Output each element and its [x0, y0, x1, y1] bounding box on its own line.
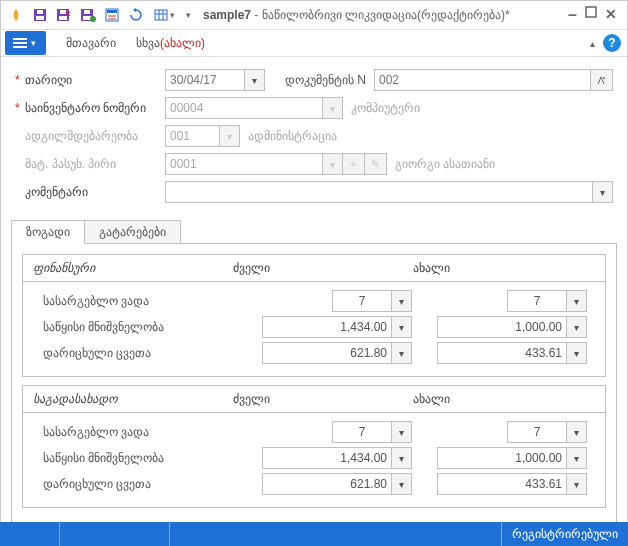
responsible-field: 0001 [165, 153, 323, 175]
doc-number-label: დოკუმენტის N [285, 73, 366, 87]
tax-depr-old-dd[interactable]: ▾ [392, 473, 412, 495]
doc-lookup-button[interactable] [591, 69, 613, 91]
tax-depr-old[interactable]: 621.80 [262, 473, 392, 495]
svg-rect-2 [37, 10, 43, 14]
save-close-icon[interactable]: x [53, 4, 75, 26]
detail-tabs: ზოგადი გატარებები ფინანსური ძველი ახალი … [11, 219, 617, 535]
date-dropdown[interactable]: ▾ [245, 69, 265, 91]
svg-rect-9 [84, 10, 90, 14]
responsible-dropdown: ▾ [323, 153, 343, 175]
inventory-dropdown[interactable]: ▾ [323, 97, 343, 119]
fin-life-old-dd[interactable]: ▾ [392, 290, 412, 312]
inventory-label: საინვენტარო ნომერი [25, 101, 165, 115]
tax-init-old[interactable]: 1,434.00 [262, 447, 392, 469]
table-dropdown-icon[interactable]: ▾ [149, 4, 179, 26]
svg-rect-20 [13, 38, 27, 40]
status-text: რეგისტრირებული [502, 522, 628, 546]
form-area: * თარიღი 30/04/17 ▾ დოკუმენტის N 002 * ს… [1, 57, 627, 213]
maximize-button[interactable] [585, 6, 597, 24]
statusbar: რეგისტრირებული [0, 522, 628, 546]
tax-depr-new-dd[interactable]: ▾ [567, 473, 587, 495]
fin-depr-old[interactable]: 621.80 [262, 342, 392, 364]
tax-init-new[interactable]: 1,000.00 [437, 447, 567, 469]
doc-number-field[interactable]: 002 [374, 69, 591, 91]
tax-depr-new[interactable]: 433.61 [437, 473, 567, 495]
section-financial: ფინანსური ძველი ახალი სასარგებლო ვადა 7▾… [22, 254, 606, 377]
location-label: ადგილმდებარეობა [25, 129, 165, 143]
fin-init-old-dd[interactable]: ▾ [392, 316, 412, 338]
tab-other[interactable]: სხვა(ახალი) [136, 36, 205, 50]
tax-life-new[interactable]: 7 [507, 421, 567, 443]
form-icon[interactable] [101, 4, 123, 26]
fin-life-old[interactable]: 7 [332, 290, 392, 312]
inventory-field[interactable]: 00004 [165, 97, 323, 119]
fin-depr-label: დარიცხული ცვეთა [33, 346, 243, 360]
help-button[interactable]: ? [603, 34, 621, 52]
financial-header: ფინანსური [23, 255, 223, 281]
responsible-desc: გიორგი ასათიანი [395, 157, 495, 171]
tab-other-prefix: სხვა [136, 36, 160, 50]
tab-general[interactable]: ზოგადი [11, 220, 85, 244]
tax-life-old-dd[interactable]: ▾ [392, 421, 412, 443]
fin-depr-new[interactable]: 433.61 [437, 342, 567, 364]
svg-rect-15 [155, 10, 167, 20]
fin-life-new[interactable]: 7 [507, 290, 567, 312]
tax-life-old[interactable]: 7 [332, 421, 392, 443]
tax-init-new-dd[interactable]: ▾ [567, 447, 587, 469]
fin-depr-new-dd[interactable]: ▾ [567, 342, 587, 364]
toolbar-overflow[interactable]: ▾ [181, 4, 195, 26]
fin-depr-old-dd[interactable]: ▾ [392, 342, 412, 364]
tab-content: ფინანსური ძველი ახალი სასარგებლო ვადა 7▾… [11, 243, 617, 535]
app-icon [5, 4, 27, 26]
tab-main[interactable]: მთავარი [66, 36, 116, 50]
date-label: თარიღი [25, 73, 165, 87]
new-header: ახალი [403, 255, 583, 281]
save-new-icon[interactable] [77, 4, 99, 26]
tab-other-suffix: (ახალი) [160, 36, 205, 50]
required-marker: * [15, 101, 25, 115]
save-icon[interactable] [29, 4, 51, 26]
tax-init-old-dd[interactable]: ▾ [392, 447, 412, 469]
svg-text:x: x [66, 9, 71, 18]
fin-useful-life-label: სასარგებლო ვადა [33, 294, 243, 308]
fin-init-new[interactable]: 1,000.00 [437, 316, 567, 338]
section-tax: საგადასახადო ძველი ახალი სასარგებლო ვადა… [22, 385, 606, 508]
refresh-icon[interactable] [125, 4, 147, 26]
close-button[interactable]: ✕ [605, 6, 617, 24]
tax-depr-label: დარიცხული ცვეთა [33, 477, 243, 491]
svg-point-10 [90, 16, 96, 22]
tax-initial-label: საწყისი მნიშვნელობა [33, 451, 243, 465]
window-controls: – ✕ [568, 6, 623, 24]
tax-useful-life-label: სასარგებლო ვადა [33, 425, 243, 439]
comment-field[interactable] [165, 181, 593, 203]
svg-rect-1 [36, 16, 44, 20]
ribbon-collapse[interactable] [590, 36, 595, 50]
old-header: ძველი [223, 255, 403, 281]
inventory-desc: კომპიუტერი [351, 101, 420, 115]
date-field[interactable]: 30/04/17 [165, 69, 245, 91]
new-header2: ახალი [403, 386, 583, 412]
window-title: sample7 - ნაწილობრივი ლიკვიდაცია(რედაქტი… [203, 8, 568, 22]
title-desc: - ნაწილობრივი ლიკვიდაცია(რედაქტირება)* [251, 8, 510, 22]
status-fill [170, 522, 502, 546]
tax-life-new-dd[interactable]: ▾ [567, 421, 587, 443]
location-dropdown: ▾ [220, 125, 240, 147]
fin-init-old[interactable]: 1,434.00 [262, 316, 392, 338]
required-marker: * [15, 73, 25, 87]
location-field: 001 [165, 125, 220, 147]
fin-life-new-dd[interactable]: ▾ [567, 290, 587, 312]
svg-rect-21 [13, 42, 27, 44]
status-seg1 [0, 522, 60, 546]
comment-label: კომენტარი [25, 185, 165, 199]
titlebar: x ▾ ▾ sample7 - ნაწილობრივი ლიკვიდაცია(რ… [1, 1, 627, 29]
minimize-button[interactable]: – [568, 6, 577, 24]
tax-header: საგადასახადო [23, 386, 223, 412]
file-menu[interactable]: ▾ [5, 31, 46, 55]
svg-rect-8 [83, 16, 91, 20]
comment-dropdown[interactable]: ▾ [593, 181, 613, 203]
tab-postings[interactable]: გატარებები [85, 220, 181, 244]
svg-rect-12 [107, 10, 117, 13]
location-desc: ადმინისტრაცია [248, 129, 337, 143]
responsible-label: მატ. პასუხ. პირი [25, 157, 165, 171]
fin-init-new-dd[interactable]: ▾ [567, 316, 587, 338]
